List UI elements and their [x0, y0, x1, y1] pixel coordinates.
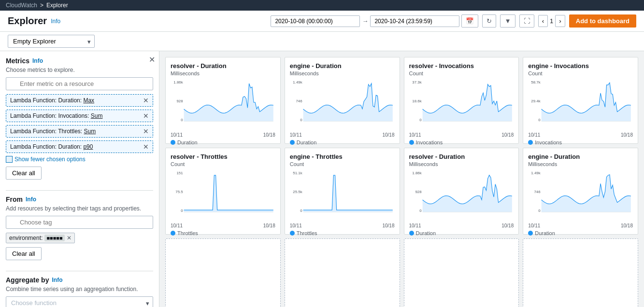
- content-area: resolver - Duration Milliseconds 1.86k 9…: [159, 51, 644, 307]
- chart-legend-c8: Duration: [528, 230, 633, 236]
- svg-text:1.86k: 1.86k: [173, 80, 183, 84]
- sidebar: ✕ Metrics Info Choose metrics to explore…: [0, 51, 159, 307]
- from-subtitle: Add resources by selecting their tags an…: [6, 205, 153, 212]
- chart-title-c3: resolver - Invocations: [409, 62, 514, 70]
- clear-all-from-btn[interactable]: Clear all: [6, 247, 42, 260]
- function-select[interactable]: Choose function: [6, 296, 153, 307]
- svg-marker-3: [184, 84, 273, 121]
- calendar-icon-btn[interactable]: 📅: [461, 14, 478, 28]
- svg-text:37.3k: 37.3k: [412, 80, 421, 84]
- chart-area-c4: 58.7k 29.4k 0: [528, 78, 633, 131]
- from-info-link[interactable]: Info: [26, 196, 36, 203]
- svg-text:0: 0: [300, 209, 302, 212]
- legend-dot-c4: [528, 140, 533, 145]
- chart-x-axis-c4: 10/11 10/18: [528, 132, 633, 138]
- chart-title-c4: engine - Invocations: [528, 62, 633, 70]
- page-nav: ‹ 1 ›: [538, 15, 565, 27]
- svg-text:0: 0: [419, 118, 422, 122]
- refresh-btn[interactable]: ↻: [482, 14, 496, 28]
- date-end-input[interactable]: [370, 15, 459, 27]
- chart-legend-c5: Throttles: [171, 230, 275, 236]
- svg-marker-38: [542, 175, 631, 212]
- refresh-dropdown-btn[interactable]: ▼: [500, 14, 515, 28]
- tag-search-input[interactable]: [6, 216, 153, 229]
- metric-tag-label-m4: Lambda Function: Duration: p90: [10, 143, 140, 150]
- legend-dot-c6: [290, 231, 295, 236]
- from-section: From Info Add resources by selecting the…: [6, 195, 153, 266]
- chart-area-c2: 1.49k 746 0: [290, 78, 395, 131]
- metrics-section-header: Metrics Info: [6, 57, 153, 65]
- header-info-link[interactable]: Info: [51, 18, 60, 25]
- svg-text:0: 0: [300, 118, 302, 122]
- chart-unit-c2: Milliseconds: [290, 70, 395, 76]
- metric-tag-remove-m4[interactable]: ✕: [143, 143, 149, 151]
- explorer-select[interactable]: Empty Explorer: [8, 35, 95, 48]
- svg-text:0: 0: [181, 118, 183, 122]
- metric-tag-remove-m2[interactable]: ✕: [143, 112, 149, 120]
- metric-search-input[interactable]: [6, 77, 153, 90]
- legend-label-c1: Duration: [177, 140, 198, 145]
- prev-page-btn[interactable]: ‹: [538, 15, 548, 27]
- sub-header: Empty Explorer: [0, 32, 644, 51]
- svg-text:51.1k: 51.1k: [293, 171, 302, 175]
- chart-legend-c4: Invocations: [528, 140, 633, 145]
- svg-text:1.49k: 1.49k: [293, 80, 302, 84]
- metrics-title: Metrics: [6, 57, 29, 65]
- explorer-select-wrapper[interactable]: Empty Explorer: [8, 35, 95, 48]
- chart-unit-c8: Milliseconds: [528, 161, 633, 167]
- clear-all-metrics-btn[interactable]: Clear all: [6, 167, 42, 180]
- legend-label-c6: Throttles: [297, 230, 317, 236]
- function-select-wrapper[interactable]: Choose function: [6, 296, 153, 307]
- chart-empty-c10: [285, 238, 400, 307]
- svg-text:18.6k: 18.6k: [412, 99, 421, 103]
- next-page-btn[interactable]: ›: [555, 15, 565, 27]
- chart-area-c8: 1.49k 746 0: [528, 169, 633, 222]
- chart-card-c1: resolver - Duration Milliseconds 1.86k 9…: [165, 57, 281, 144]
- metrics-info-link[interactable]: Info: [32, 57, 43, 64]
- metric-tag-label-m2: Lambda Function: Invocations: Sum: [10, 112, 140, 119]
- tag-remove-icon[interactable]: ✕: [67, 235, 72, 241]
- chart-legend-c1: Duration: [171, 140, 275, 145]
- show-fewer-toggle[interactable]: Show fewer chosen options: [6, 156, 153, 163]
- fullscreen-btn[interactable]: ⛶: [519, 14, 534, 28]
- legend-label-c5: Throttles: [177, 230, 198, 236]
- chart-card-c3: resolver - Invocations Count 37.3k 18.6k…: [404, 57, 519, 144]
- legend-label-c4: Invocations: [535, 140, 562, 145]
- chart-x-axis-c7: 10/11 10/18: [409, 223, 514, 228]
- aggregate-subtitle: Combine time series using an aggregation…: [6, 286, 153, 293]
- show-fewer-label: Show fewer chosen options: [14, 156, 86, 163]
- chart-legend-c6: Throttles: [290, 230, 395, 236]
- cloudwatch-link[interactable]: CloudWatch: [6, 2, 37, 9]
- legend-dot-c1: [171, 140, 175, 145]
- chart-area-c7: 1.86k 928 0: [409, 169, 514, 222]
- tag-value: ■■■■■: [44, 235, 64, 241]
- from-title: From: [6, 195, 23, 203]
- legend-label-c7: Duration: [416, 230, 436, 236]
- aggregate-info-link[interactable]: Info: [52, 277, 62, 283]
- chart-legend-c7: Duration: [409, 230, 514, 236]
- svg-text:0: 0: [181, 209, 183, 212]
- chart-unit-c5: Count: [171, 161, 275, 167]
- date-start-input[interactable]: [271, 15, 360, 27]
- chart-title-c5: resolver - Throttles: [171, 153, 275, 160]
- chart-x-axis-c3: 10/11 10/18: [409, 132, 514, 138]
- chart-unit-c4: Count: [528, 70, 633, 76]
- chart-title-c1: resolver - Duration: [171, 62, 275, 70]
- svg-text:58.7k: 58.7k: [531, 80, 541, 84]
- date-arrow-icon: →: [362, 17, 368, 25]
- chart-x-axis-c2: 10/11 10/18: [290, 132, 395, 138]
- metric-tag-remove-m1[interactable]: ✕: [143, 97, 149, 104]
- metric-tag-remove-m3[interactable]: ✕: [143, 127, 149, 135]
- add-dashboard-btn[interactable]: Add to dashboard: [569, 14, 636, 28]
- metric-tag-m3: Lambda Function: Throttles: Sum ✕: [6, 125, 153, 138]
- header-controls: → 📅 ↻ ▼ ⛶ ‹ 1 › Add to dashboard: [271, 14, 636, 28]
- metric-tag-m1: Lambda Function: Duration: Max ✕: [6, 94, 153, 107]
- chart-title-c7: resolver - Duration: [409, 153, 514, 160]
- metric-search-wrapper: [6, 77, 153, 90]
- svg-text:0: 0: [538, 118, 541, 122]
- chart-unit-c6: Count: [290, 161, 395, 167]
- sidebar-close-icon[interactable]: ✕: [149, 55, 155, 64]
- chart-unit-c7: Milliseconds: [409, 161, 514, 167]
- legend-dot-c5: [171, 231, 175, 236]
- metrics-section: Metrics Info Choose metrics to explore. …: [6, 57, 153, 185]
